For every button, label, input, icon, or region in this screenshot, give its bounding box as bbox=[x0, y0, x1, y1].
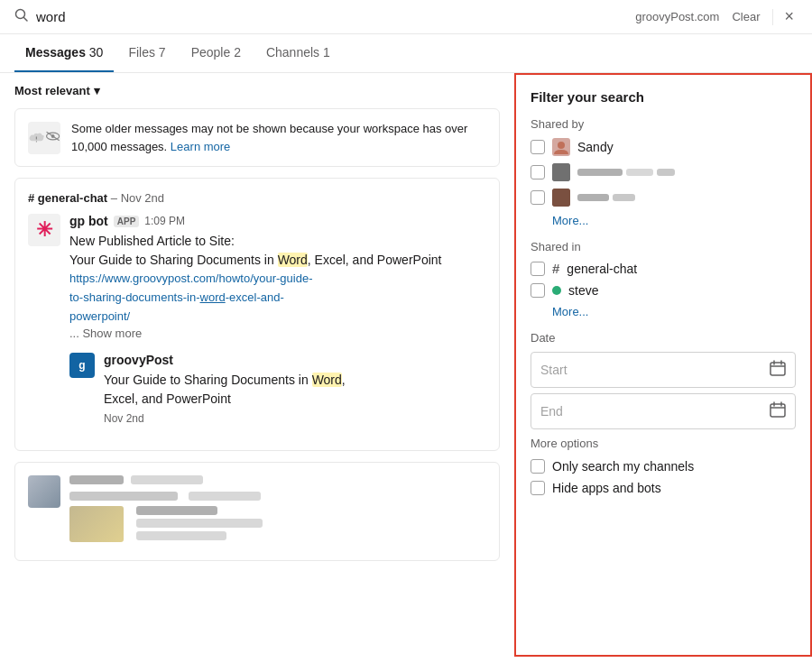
filter-item-blurred2[interactable] bbox=[531, 189, 796, 207]
sort-label: Most relevant bbox=[14, 84, 90, 97]
date-separator: – bbox=[111, 191, 121, 205]
search-bar: groovyPost.com Clear × bbox=[0, 0, 812, 34]
show-more[interactable]: ... Show more bbox=[69, 327, 142, 340]
label-search-my-channels: Only search my channels bbox=[552, 459, 694, 474]
checkbox-sandy[interactable] bbox=[531, 140, 545, 154]
blur-line-2 bbox=[136, 519, 263, 528]
main-content: Most relevant ▾ Some older messages ma bbox=[0, 73, 812, 657]
tab-people-count: 2 bbox=[234, 45, 241, 60]
filter-title: Filter your search bbox=[531, 89, 796, 105]
message-card-header: # general-chat – Nov 2nd bbox=[28, 191, 486, 205]
blur-line-1 bbox=[136, 506, 217, 515]
hash-icon: # bbox=[552, 261, 559, 276]
app-badge: APP bbox=[114, 216, 140, 227]
left-panel: Most relevant ▾ Some older messages ma bbox=[0, 73, 514, 657]
blur-name-2 bbox=[577, 194, 609, 201]
message-card-1: # general-chat – Nov 2nd ✳ gp bot APP 1:… bbox=[14, 178, 500, 451]
message-meta-gpbot: gp bot APP 1:09 PM bbox=[69, 214, 486, 228]
chevron-down-icon: ▾ bbox=[94, 84, 100, 97]
svg-rect-14 bbox=[770, 404, 785, 417]
message-entry-gpbot: ✳ gp bot APP 1:09 PM New Published Artic… bbox=[28, 214, 486, 340]
blur-text-1 bbox=[69, 492, 178, 501]
more-options-section: More options Only search my channels Hid… bbox=[531, 437, 796, 495]
search-input[interactable] bbox=[36, 9, 628, 24]
highlight-word-1: Word bbox=[278, 253, 308, 267]
tab-people-label: People bbox=[191, 45, 231, 60]
message-time-gpbot: 1:09 PM bbox=[144, 215, 185, 227]
date-end-input[interactable]: End bbox=[531, 393, 796, 429]
message-text-groovypost: Your Guide to Sharing Documents in Word,… bbox=[104, 371, 486, 409]
preview-date: Nov 2nd bbox=[104, 412, 486, 425]
message-link[interactable]: https://www.groovypost.com/howto/your-gu… bbox=[69, 270, 486, 326]
tab-files[interactable]: Files 7 bbox=[117, 34, 176, 72]
author-groovypost: groovyPost bbox=[104, 353, 173, 367]
filter-item-blurred1[interactable] bbox=[531, 163, 796, 181]
checkbox-blurred2[interactable] bbox=[531, 190, 545, 205]
message-text-gpbot: New Published Article to Site: Your Guid… bbox=[69, 232, 486, 270]
highlight-word-2: Word bbox=[312, 373, 342, 387]
checkbox-steve[interactable] bbox=[531, 283, 545, 298]
svg-line-1 bbox=[24, 18, 28, 22]
checkbox-search-my-channels[interactable] bbox=[531, 459, 545, 474]
active-dot-icon bbox=[552, 286, 561, 295]
date-start-placeholder: Start bbox=[540, 363, 770, 377]
tab-files-label: Files bbox=[128, 45, 155, 60]
avatar-gpbot: ✳ bbox=[28, 214, 60, 246]
blur-text-2 bbox=[189, 492, 261, 501]
tabs-bar: Messages 30 Files 7 People 2 Channels 1 bbox=[0, 34, 812, 73]
tab-people[interactable]: People 2 bbox=[180, 34, 252, 72]
date-section: Date Start End bbox=[531, 331, 796, 429]
tab-channels-count: 1 bbox=[323, 45, 330, 60]
checkbox-blurred1[interactable] bbox=[531, 165, 545, 180]
search-domain: groovyPost.com bbox=[635, 10, 719, 23]
tab-files-count: 7 bbox=[159, 45, 166, 60]
blur-line-3 bbox=[136, 531, 226, 540]
blurred-row bbox=[28, 475, 486, 548]
filter-shared-by: Shared by Sandy bbox=[531, 117, 796, 207]
svg-rect-8 bbox=[552, 163, 570, 181]
checkbox-general-chat[interactable] bbox=[531, 262, 545, 276]
label-general-chat: general-chat bbox=[567, 262, 637, 276]
info-banner-text: Some older messages may not be shown bec… bbox=[71, 120, 486, 155]
blur-name-2b bbox=[613, 194, 635, 201]
filter-panel: Filter your search Shared by Sandy bbox=[514, 73, 812, 657]
blurred-content bbox=[69, 475, 486, 548]
more-shared-by[interactable]: More... bbox=[531, 214, 796, 227]
message-date: Nov 2nd bbox=[121, 191, 164, 205]
tab-messages-count: 30 bbox=[89, 45, 104, 60]
message-body-gpbot: gp bot APP 1:09 PM New Published Article… bbox=[69, 214, 486, 340]
message-body-groovypost: groovyPost Your Guide to Sharing Documen… bbox=[104, 353, 486, 425]
shared-by-label: Shared by bbox=[531, 117, 796, 131]
sort-control[interactable]: Most relevant ▾ bbox=[14, 84, 500, 97]
option-hide-apps-bots[interactable]: Hide apps and bots bbox=[531, 481, 796, 495]
avatar-blurred1 bbox=[552, 163, 570, 181]
more-shared-in[interactable]: More... bbox=[531, 305, 796, 318]
tab-messages-label: Messages bbox=[25, 45, 86, 60]
date-start-input[interactable]: Start bbox=[531, 352, 796, 388]
filter-item-steve[interactable]: steve bbox=[531, 283, 796, 298]
divider bbox=[772, 9, 773, 25]
label-steve: steve bbox=[568, 283, 598, 298]
avatar-groovypost: g bbox=[69, 353, 95, 378]
tab-messages[interactable]: Messages 30 bbox=[14, 34, 114, 72]
svg-point-7 bbox=[558, 142, 565, 149]
date-end-placeholder: End bbox=[540, 404, 770, 419]
svg-rect-10 bbox=[770, 363, 785, 375]
info-icon bbox=[28, 122, 60, 154]
filter-item-sandy[interactable]: Sandy bbox=[531, 138, 796, 156]
label-hide-apps-bots: Hide apps and bots bbox=[552, 481, 661, 495]
shared-in-label: Shared in bbox=[531, 240, 796, 253]
calendar-icon-end bbox=[770, 401, 786, 421]
option-search-my-channels[interactable]: Only search my channels bbox=[531, 459, 796, 474]
info-banner: Some older messages may not be shown bec… bbox=[14, 108, 500, 167]
filter-item-general-chat[interactable]: # general-chat bbox=[531, 261, 796, 276]
search-icon bbox=[14, 8, 29, 25]
blur-image bbox=[69, 506, 124, 542]
learn-more-link[interactable]: Learn more bbox=[171, 140, 230, 153]
close-button[interactable]: × bbox=[780, 7, 798, 26]
clear-button[interactable]: Clear bbox=[726, 8, 765, 25]
checkbox-hide-apps-bots[interactable] bbox=[531, 481, 545, 495]
message-meta-groovypost: groovyPost bbox=[104, 353, 486, 367]
blur-name-1b bbox=[626, 169, 653, 176]
tab-channels[interactable]: Channels 1 bbox=[255, 34, 341, 72]
